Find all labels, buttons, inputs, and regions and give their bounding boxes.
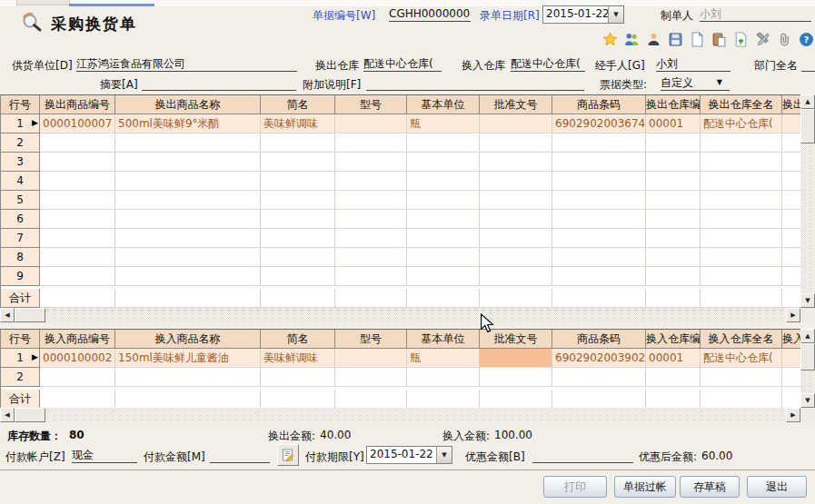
- column-header[interactable]: 换入: [782, 330, 801, 349]
- grid-cell[interactable]: [261, 248, 335, 267]
- grid-cell[interactable]: 美味鲜调味: [261, 114, 335, 133]
- grid-cell[interactable]: [480, 133, 552, 153]
- grid-cell[interactable]: [115, 267, 261, 286]
- new-document-icon[interactable]: [690, 32, 705, 47]
- grid-cell[interactable]: [261, 172, 335, 191]
- grid-cell[interactable]: [646, 153, 701, 172]
- save-draft-button[interactable]: 存草稿: [680, 476, 740, 498]
- scroll-up-icon[interactable]: ▲: [800, 94, 815, 109]
- grid-cell[interactable]: 0000100007: [40, 114, 115, 133]
- grid-cell[interactable]: [261, 191, 335, 210]
- grid-cell[interactable]: [335, 368, 407, 387]
- grid-cell[interactable]: [782, 349, 801, 368]
- grid-cell[interactable]: [782, 133, 801, 153]
- grid-cell[interactable]: 配送中心仓库(: [701, 349, 782, 368]
- grid-cell[interactable]: [552, 191, 646, 210]
- attachment-paperclip-icon[interactable]: [777, 32, 792, 47]
- grid-cell[interactable]: [115, 172, 261, 191]
- grid-cell[interactable]: [261, 368, 335, 387]
- grid-cell[interactable]: [782, 229, 801, 248]
- grid-cell[interactable]: [552, 229, 646, 248]
- grid-cell[interactable]: [40, 368, 115, 387]
- grid-cell[interactable]: [701, 153, 782, 172]
- column-header[interactable]: 批准文号: [480, 330, 552, 349]
- payment-account-field[interactable]: 现金: [72, 449, 137, 463]
- grid-cell[interactable]: [480, 349, 552, 368]
- grid-cell[interactable]: [335, 349, 407, 368]
- discount-field[interactable]: [532, 449, 633, 463]
- out-grid-horizontal-scrollbar[interactable]: ◀ ▶: [0, 308, 800, 322]
- grid-cell[interactable]: [782, 368, 801, 387]
- grid-cell[interactable]: [335, 210, 407, 229]
- column-header[interactable]: 行号: [1, 95, 40, 114]
- export-document-icon[interactable]: [733, 32, 749, 47]
- grid-cell[interactable]: 6902902003902: [552, 349, 646, 368]
- row-number-cell[interactable]: 3: [1, 153, 40, 172]
- scrollbar-thumb[interactable]: [800, 109, 815, 143]
- grid-cell[interactable]: [646, 368, 701, 387]
- column-header[interactable]: 换出: [782, 95, 801, 114]
- grid-cell[interactable]: [115, 133, 261, 153]
- doc-no-field[interactable]: CGHH0000000057: [389, 7, 471, 22]
- favorite-star-icon[interactable]: [602, 32, 618, 47]
- grid-cell[interactable]: [40, 191, 115, 210]
- scrollbar-track[interactable]: [800, 143, 815, 293]
- grid-cell[interactable]: [480, 172, 552, 191]
- grid-cell[interactable]: [480, 267, 552, 286]
- grid-cell[interactable]: [552, 172, 646, 191]
- column-header[interactable]: 换入仓库全名: [701, 330, 782, 349]
- grid-cell[interactable]: [407, 248, 480, 267]
- grid-cell[interactable]: [407, 172, 480, 191]
- column-header[interactable]: 基本单位: [407, 330, 480, 349]
- column-header[interactable]: 基本单位: [407, 95, 480, 114]
- column-header[interactable]: 商品条码: [552, 330, 646, 349]
- grid-cell[interactable]: [701, 368, 782, 387]
- column-header[interactable]: 换入商品名称: [115, 330, 261, 349]
- grid-cell[interactable]: 美味鲜调味: [261, 349, 335, 368]
- row-number-cell[interactable]: 1▶: [1, 349, 40, 368]
- column-header[interactable]: 换出仓库全名: [701, 95, 782, 114]
- grid-cell[interactable]: [552, 368, 646, 387]
- grid-cell[interactable]: [40, 133, 115, 153]
- grid-cell[interactable]: [782, 248, 801, 267]
- grid-cell[interactable]: [552, 267, 646, 286]
- scrollbar-track[interactable]: [45, 308, 786, 322]
- grid-cell[interactable]: [407, 267, 480, 286]
- grid-cell[interactable]: [480, 248, 552, 267]
- grid-cell[interactable]: [480, 210, 552, 229]
- grid-cell[interactable]: [40, 229, 115, 248]
- in-grid-horizontal-scrollbar[interactable]: ◀ ▶: [0, 408, 800, 422]
- grid-cell[interactable]: [335, 248, 407, 267]
- grid-cell[interactable]: [40, 153, 115, 172]
- column-header[interactable]: 商品条码: [552, 95, 646, 114]
- handler-field[interactable]: 小刘: [656, 57, 731, 72]
- grid-cell[interactable]: [407, 153, 480, 172]
- grid-cell[interactable]: [646, 210, 701, 229]
- grid-cell[interactable]: [782, 153, 801, 172]
- grid-cell[interactable]: 500ml美味鲜9°米醋: [115, 114, 261, 133]
- row-number-cell[interactable]: 2: [1, 368, 40, 387]
- grid-cell[interactable]: [261, 153, 335, 172]
- grid-cell[interactable]: [552, 153, 646, 172]
- grid-cell[interactable]: [480, 153, 552, 172]
- grid-cell[interactable]: [335, 267, 407, 286]
- column-header[interactable]: 简名: [261, 330, 335, 349]
- column-header[interactable]: 型号: [335, 95, 407, 114]
- summary-field[interactable]: [142, 76, 296, 91]
- paste-clipboard-icon[interactable]: [711, 32, 727, 47]
- payment-due-combobox[interactable]: 2015-01-22 ▼: [366, 446, 452, 464]
- grid-cell[interactable]: 00001: [646, 114, 701, 133]
- grid-cell[interactable]: [552, 210, 646, 229]
- exit-button[interactable]: 退出: [747, 476, 807, 498]
- column-header[interactable]: 型号: [335, 330, 407, 349]
- column-header[interactable]: 换出商品编号: [40, 95, 115, 114]
- grid-cell[interactable]: 6902902003674: [552, 114, 646, 133]
- grid-cell[interactable]: [335, 153, 407, 172]
- grid-cell[interactable]: [701, 210, 782, 229]
- grid-cell[interactable]: [335, 114, 407, 133]
- payment-amount-field[interactable]: [210, 449, 270, 463]
- grid-cell[interactable]: 00001: [646, 349, 701, 368]
- post-document-button[interactable]: 单据过帐: [614, 476, 676, 498]
- grid-cell[interactable]: [701, 267, 782, 286]
- column-header[interactable]: 换入仓库编: [646, 330, 701, 349]
